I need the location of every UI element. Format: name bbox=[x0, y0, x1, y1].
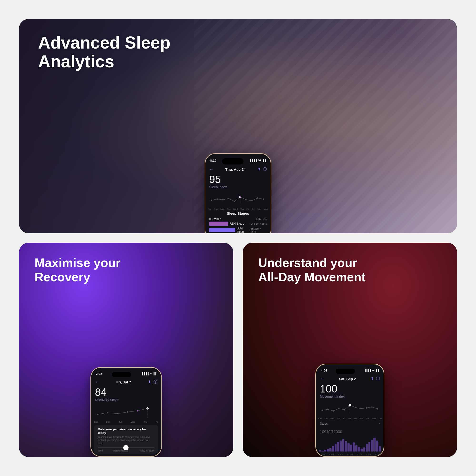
light-pill bbox=[209, 228, 235, 232]
steps-bar-chart bbox=[316, 436, 384, 453]
awake-label: Awake bbox=[213, 217, 221, 221]
recovery-rate-desc: Your input will be used to calibrate you… bbox=[98, 436, 154, 445]
steps-number: 10919/11000 bbox=[320, 425, 380, 435]
recovery-line-chart bbox=[95, 404, 157, 418]
recovery-share-icon[interactable]: ⬆ bbox=[148, 380, 151, 385]
bar-24 bbox=[379, 446, 381, 452]
svg-point-13 bbox=[117, 413, 118, 414]
recovery-time: 2:32 bbox=[96, 372, 102, 375]
movement-title: Understand your All-Day Movement bbox=[258, 256, 366, 284]
movement-back[interactable]: ← bbox=[320, 376, 324, 381]
battery-icon: ▐▐ bbox=[262, 159, 266, 162]
movement-phone-wrapper: 4:04 ▐▐▐▐ ≋ ▐▐ ← Sat, Sep 2 bbox=[315, 364, 384, 457]
svg-point-6 bbox=[245, 199, 247, 201]
svg-point-25 bbox=[360, 408, 362, 409]
svg-point-27 bbox=[371, 406, 373, 408]
nav-bar: ← Thu, Aug 24 ⬆ ⓘ bbox=[205, 165, 271, 173]
top-panel: Advanced Sleep Analytics 8:10 ▐▐▐▐ 4G ▐▐ bbox=[19, 19, 457, 233]
bar-3 bbox=[324, 450, 326, 452]
wifi-icon: ≋ bbox=[150, 372, 152, 375]
movement-time: 4:04 bbox=[321, 369, 327, 372]
recovery-title: Maximise your Recovery bbox=[34, 256, 120, 284]
movement-bat: ▐▐ bbox=[375, 369, 379, 372]
svg-point-9 bbox=[262, 199, 264, 200]
recovery-status-bar: 2:32 ▐▐▐▐ ≋ ▐▐ bbox=[91, 368, 161, 378]
top-title: Advanced Sleep Analytics bbox=[38, 33, 170, 71]
movement-status-bar: 4:04 ▐▐▐▐ ≋ ▐▐ bbox=[316, 364, 384, 375]
bars-icon: ▐▐▐▐ bbox=[141, 372, 149, 375]
movement-nav-icons: ⬆ ⓘ bbox=[371, 376, 380, 381]
svg-point-28 bbox=[377, 408, 378, 409]
bar-chart-labels: 12 am 4 am 8 am 12 pm 4 pm 8 pm 12 am bbox=[316, 453, 384, 456]
movement-screen: 4:04 ▐▐▐▐ ≋ ▐▐ ← Sat, Sep 2 bbox=[316, 364, 384, 456]
awake-value: 13m • 3% bbox=[255, 218, 267, 221]
info-icon[interactable]: ⓘ bbox=[263, 167, 267, 172]
movement-phone: 4:04 ▐▐▐▐ ≋ ▐▐ ← Sat, Sep 2 bbox=[315, 364, 384, 457]
time: 8:10 bbox=[210, 159, 216, 162]
svg-point-24 bbox=[355, 407, 356, 408]
bar-14 bbox=[353, 442, 355, 452]
dynamic-island-2 bbox=[112, 372, 131, 377]
svg-point-21 bbox=[338, 408, 340, 409]
recovery-chart bbox=[91, 402, 161, 421]
steps-label: Steps bbox=[320, 422, 328, 425]
recovery-score: 84 bbox=[95, 387, 157, 397]
movement-score-label: Movement Index bbox=[320, 395, 380, 398]
bar-23 bbox=[376, 441, 378, 452]
main-container: Advanced Sleep Analytics 8:10 ▐▐▐▐ 4G ▐▐ bbox=[10, 10, 466, 466]
awake-dot bbox=[209, 218, 211, 220]
rem-value: 1h 52m • 25% bbox=[250, 222, 267, 225]
bar-17 bbox=[360, 449, 363, 452]
steps-section: Steps › 10919/11000 bbox=[316, 420, 384, 436]
bar-2 bbox=[322, 451, 324, 452]
svg-point-12 bbox=[107, 412, 108, 413]
sleep-score-section: 95 Sleep Index bbox=[205, 173, 271, 189]
bar-1 bbox=[319, 450, 321, 452]
steps-goal: /11000 bbox=[331, 430, 342, 434]
slider-tired: Tired bbox=[98, 450, 102, 452]
recovery-chart-labels: Sun Mon Tue Wed Thu Fri bbox=[91, 421, 161, 423]
recovery-rate-section: Rate your perceived recovery for today Y… bbox=[94, 425, 158, 454]
bar-11 bbox=[345, 441, 347, 452]
sleep-stages-title: Sleep Stages bbox=[209, 211, 267, 215]
svg-point-7 bbox=[251, 200, 253, 201]
recovery-score-section: 84 Recovery Score bbox=[91, 386, 161, 402]
recovery-back[interactable]: ← bbox=[95, 380, 99, 385]
sleep-phone-screen: 8:10 ▐▐▐▐ 4G ▐▐ ← Thu, Aug 24 ⬆ bbox=[205, 154, 271, 233]
recovery-status-icons: ▐▐▐▐ ≋ ▐▐ bbox=[141, 372, 156, 375]
bar-13 bbox=[350, 444, 352, 452]
back-arrow[interactable]: ← bbox=[209, 167, 214, 172]
bar-7 bbox=[335, 444, 337, 452]
sleep-line-chart bbox=[209, 191, 267, 205]
steps-chevron: › bbox=[379, 422, 380, 425]
recovery-slider-track[interactable] bbox=[98, 447, 154, 448]
movement-bars: ▐▐▐▐ bbox=[364, 369, 371, 372]
light-value: 3h 36m • 48% bbox=[251, 227, 267, 233]
recovery-slider-thumb[interactable] bbox=[123, 445, 129, 450]
bar-18 bbox=[363, 447, 365, 452]
nav-action-icons: ⬆ ⓘ bbox=[257, 167, 267, 172]
bar-22 bbox=[374, 438, 375, 452]
sleep-stages-section: Sleep Stages Awake 13m • 3% REM Slee bbox=[205, 210, 271, 233]
movement-panel: Understand your All-Day Movement 4:04 ▐▐… bbox=[243, 243, 457, 457]
stage-awake: Awake 13m • 3% bbox=[209, 217, 267, 221]
svg-point-11 bbox=[97, 414, 98, 415]
bar-20 bbox=[368, 442, 371, 452]
movement-line-chart bbox=[320, 400, 380, 415]
recovery-screen: 2:32 ▐▐▐▐ ≋ ▐▐ ← Fri, Jul 7 bbox=[91, 368, 161, 456]
recovery-info-icon[interactable]: ⓘ bbox=[153, 380, 157, 385]
rem-label: REM Sleep bbox=[230, 222, 244, 225]
recovery-rate-title: Rate your perceived recovery for today bbox=[98, 427, 154, 435]
movement-chart bbox=[316, 398, 384, 417]
svg-point-20 bbox=[333, 410, 334, 412]
recovery-nav-icons: ⬆ ⓘ bbox=[148, 380, 157, 385]
share-icon[interactable]: ⬆ bbox=[257, 167, 261, 172]
bar-12 bbox=[347, 443, 350, 452]
recovery-score-label: Recovery Score bbox=[95, 398, 157, 402]
movement-info-icon[interactable]: ⓘ bbox=[376, 376, 380, 381]
nav-date: Thu, Aug 24 bbox=[225, 167, 246, 171]
movement-share-icon[interactable]: ⬆ bbox=[371, 376, 374, 381]
svg-point-26 bbox=[366, 407, 367, 409]
bar-9 bbox=[340, 441, 342, 452]
movement-text: Understand your All-Day Movement bbox=[258, 256, 366, 284]
